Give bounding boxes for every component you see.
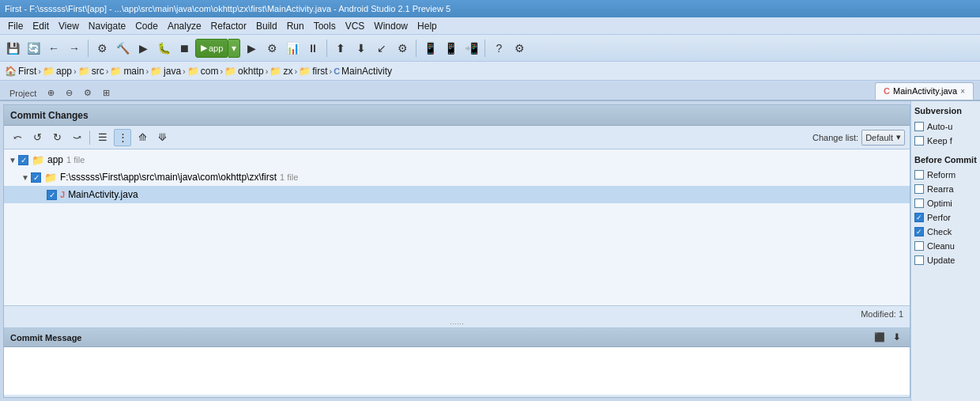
menu-navigate[interactable]: Navigate [84,19,130,33]
toolbar-coverage[interactable]: 📊 [283,39,302,58]
panel-icon2[interactable]: ⊖ [62,86,76,100]
commit-message-input[interactable] [4,347,910,395]
cb-mainactivity[interactable]: ✓ [47,190,57,200]
ct-refresh[interactable]: ⤺ [9,129,26,146]
ct-undo[interactable]: ↻ [48,129,66,146]
menu-run[interactable]: Run [282,19,309,33]
main-content: Commit Changes ⤺ ↺ ↻ ⤻ ☰ ⋮ ⟰ ⟱ Change li… [0,101,980,401]
update-cb[interactable] [914,255,924,265]
tab-java-icon: C [884,86,890,96]
toolbar-save[interactable]: 💾 [3,39,22,58]
menu-help[interactable]: Help [413,19,442,33]
menu-analyze[interactable]: Analyze [163,19,206,33]
menu-edit[interactable]: Edit [28,19,54,33]
reform-cb[interactable] [914,170,924,180]
drag-handle[interactable]: ⋯⋯ [4,321,910,327]
toolbar-vcs4[interactable]: ⚙ [393,39,412,58]
toolbar-debug2[interactable]: ⚙ [262,39,281,58]
tab-bar: Project ⊕ ⊖ ⚙ ⊞ C MainActivity.java × [0,81,980,101]
toolbar-vcs3[interactable]: ↙ [372,39,391,58]
bc-main[interactable]: 📁 main [110,66,144,77]
sep4 [484,40,485,57]
title-text: First - F:\ssssss\First\[app] - ...\app\… [5,4,450,13]
panel-icon3[interactable]: ⚙ [81,86,95,100]
toolbar-stop[interactable]: ⏹ [175,39,194,58]
ct-expand[interactable]: ⟰ [134,129,151,146]
rearra-cb[interactable] [914,184,924,194]
run-button[interactable]: ▶ app [195,39,228,58]
bc-com[interactable]: 📁 com [187,66,219,77]
ct-collapse[interactable]: ⟱ [153,129,171,146]
perfor-cb[interactable]: ✓ [914,213,924,222]
modified-count: Modified: 1 [861,309,903,319]
toolbar-settings[interactable]: ⚙ [510,39,529,58]
menu-code[interactable]: Code [130,19,163,33]
change-list-select[interactable]: Default ▾ [861,130,905,146]
keepfiles-cb[interactable] [914,136,924,146]
toolbar-build1[interactable]: ⚙ [92,39,111,58]
check-cb[interactable]: ✓ [914,227,924,236]
run-dropdown[interactable]: ▾ [228,39,240,58]
toolbar-back[interactable]: ← [44,39,63,58]
toolbar-help[interactable]: ? [489,39,508,58]
cm-btn1[interactable]: ⬛ [873,331,887,345]
toolbar-run2[interactable]: ▶ [242,39,261,58]
bc-sep9: › [329,66,332,76]
tab-close-icon[interactable]: × [960,87,965,96]
ct-redo[interactable]: ⤻ [68,129,85,146]
optimi-cb[interactable] [914,199,924,208]
toolbar-sync[interactable]: 🔄 [24,39,43,58]
cb-path[interactable]: ✓ [31,172,41,183]
sep1 [88,40,89,57]
toolbar-profile[interactable]: ⏸ [303,39,322,58]
bc-sep6: › [220,66,223,76]
toolbar-vcs2[interactable]: ⬇ [352,39,371,58]
cb-app[interactable]: ✓ [18,155,28,165]
cleanu-cb[interactable] [914,241,924,251]
before-commit-title: Before Commit [914,155,977,165]
panel-icon1[interactable]: ⊕ [44,86,58,100]
toolbar-forward[interactable]: → [65,39,84,58]
menu-window[interactable]: Window [369,19,413,33]
toolbar-vcs1[interactable]: ⬆ [331,39,350,58]
perfor-label: Perfor [927,213,951,222]
file-icon-mainactivity: J [60,190,65,199]
tab-mainactivity[interactable]: C MainActivity.java × [875,82,974,100]
tree-item-path[interactable]: ▼ ✓ 📁 F:\ssssss\First\app\src\main\java\… [4,168,910,186]
toolbar-device1[interactable]: 📱 [420,39,439,58]
ct-sync[interactable]: ↺ [28,129,46,146]
change-list-arrow: ▾ [896,132,901,142]
bc-firstpkg-label: first [312,66,327,77]
toolbar-device3[interactable]: 📲 [462,39,481,58]
tree-arrow-path[interactable]: ▼ [21,173,29,182]
bc-okhttp[interactable]: 📁 okhttp [224,66,264,77]
menu-refactor[interactable]: Refactor [206,19,251,33]
bc-app[interactable]: 📁 app [43,66,72,77]
bc-src[interactable]: 📁 src [78,66,104,77]
bc-zx[interactable]: 📁 zx [270,66,292,77]
update-label: Update [927,255,955,265]
tree-item-mainactivity[interactable]: ✓ J MainActivity.java [4,186,910,203]
tree-arrow-app[interactable]: ▼ [9,156,17,165]
bc-mainactivity[interactable]: C MainActivity [334,66,392,77]
menu-view[interactable]: View [54,19,84,33]
ct-list[interactable]: ☰ [94,129,111,146]
toolbar-build2[interactable]: 🔨 [113,39,132,58]
bc-firstpkg[interactable]: 📁 first [299,66,327,77]
panel-project[interactable]: Project [6,87,40,100]
bc-java[interactable]: 📁 java [150,66,181,77]
bc-first[interactable]: 🏠 First [5,66,36,77]
menu-file[interactable]: File [3,19,28,33]
panel-icon4[interactable]: ⊞ [100,86,113,100]
autoupdate-cb[interactable] [914,122,924,131]
toolbar-device2[interactable]: 📱 [441,39,460,58]
ct-filter[interactable]: ⋮ [114,129,131,146]
toolbar-build3[interactable]: ▶ [134,39,153,58]
tree-item-app[interactable]: ▼ ✓ 📁 app 1 file [4,151,910,168]
menu-tools[interactable]: Tools [309,19,341,33]
bc-main-label: main [123,66,144,77]
toolbar-debug[interactable]: 🐛 [154,39,173,58]
cm-btn2[interactable]: ⬇ [889,331,903,345]
menu-vcs[interactable]: VCS [341,19,370,33]
menu-build[interactable]: Build [251,19,282,33]
